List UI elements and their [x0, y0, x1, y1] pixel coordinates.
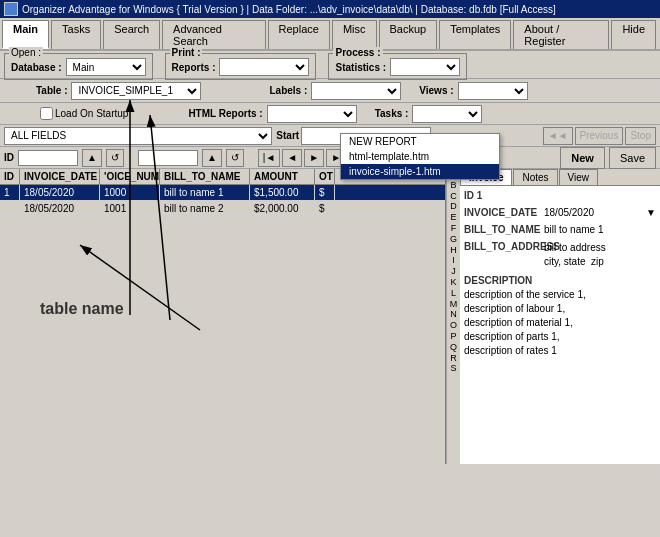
sort-asc-btn[interactable]: ▲ — [82, 149, 102, 167]
save-button[interactable]: Save — [609, 147, 656, 169]
alpha-f[interactable]: F — [447, 223, 460, 234]
alpha-p[interactable]: P — [447, 331, 460, 342]
title-bar: Organizer Advantage for Windows { Trial … — [0, 0, 660, 18]
field-invoice-date: INVOICE_DATE 18/05/2020 ▼ — [464, 207, 656, 218]
cell-amount: $1,500.00 — [250, 185, 315, 200]
right-tab-view[interactable]: View — [559, 169, 599, 185]
tab-templates[interactable]: Templates — [439, 20, 511, 49]
alpha-r[interactable]: R — [447, 353, 460, 364]
statistics-label: Statistics : — [335, 62, 386, 73]
alpha-c[interactable]: C — [447, 191, 460, 202]
alpha-g[interactable]: G — [447, 234, 460, 245]
cell-num: 1000 — [100, 185, 160, 200]
cell-date: 18/05/2020 — [20, 201, 100, 216]
table-select[interactable]: INVOICE_SIMPLE_1 — [71, 82, 201, 100]
field-invoice-date-label: INVOICE_DATE — [464, 207, 544, 218]
dropdown-item-html-template[interactable]: html-template.htm — [341, 149, 499, 164]
process-label: Process : — [333, 47, 382, 58]
dropdown-item-new-report[interactable]: NEW REPORT — [341, 134, 499, 149]
html-reports-select[interactable] — [267, 105, 357, 123]
next-btn[interactable]: ► — [304, 149, 324, 167]
nav-prev-btn[interactable]: Previous — [575, 127, 624, 145]
reports-select[interactable] — [219, 58, 309, 76]
field-id-label: ID 1 — [464, 190, 544, 201]
cell-billto: bill to name 1 — [160, 185, 250, 200]
statistics-select[interactable] — [390, 58, 460, 76]
tab-advanced-search[interactable]: Advanced Search — [162, 20, 266, 49]
open-label: Open : — [9, 47, 43, 58]
alpha-e[interactable]: E — [447, 212, 460, 223]
cell-num: 1001 — [100, 201, 160, 216]
col-header-billto: BILL_TO_NAME — [160, 169, 250, 184]
cell-date: 18/05/2020 — [20, 185, 100, 200]
alpha-b[interactable]: B — [447, 180, 460, 191]
tab-about[interactable]: About / Register — [513, 20, 609, 49]
tab-hide[interactable]: Hide — [611, 20, 656, 49]
load-on-startup-checkbox[interactable] — [40, 107, 53, 120]
load-on-startup-label: Load On Startup — [55, 108, 128, 119]
tab-tasks[interactable]: Tasks — [51, 20, 101, 49]
views-select[interactable] — [458, 82, 528, 100]
field-billto-name: BILL_TO_NAME bill to name 1 — [464, 224, 656, 235]
tab-misc[interactable]: Misc — [332, 20, 377, 49]
id-action-row: ID ▲ ↺ ▲ ↺ |◄ ◄ ► ►| ◄ ► ▼ New Save — [0, 147, 660, 169]
html-reports-label: HTML Reports : — [188, 108, 262, 119]
alpha-l[interactable]: L — [447, 288, 460, 299]
field-description-label: DESCRIPTION — [464, 275, 544, 286]
field-description: DESCRIPTION description of the service 1… — [464, 275, 656, 358]
alpha-m[interactable]: M — [447, 299, 460, 310]
col-header-id: ID — [0, 169, 20, 184]
table-label: Table : — [36, 85, 67, 96]
table-row[interactable]: 18/05/2020 1001 bill to name 2 $2,000.00… — [0, 201, 445, 217]
alpha-d[interactable]: D — [447, 201, 460, 212]
filter-apply-btn[interactable]: ▲ — [202, 149, 222, 167]
dropdown-item-invoice-simple[interactable]: invoice-simple-1.htm — [341, 164, 499, 179]
right-tab-notes[interactable]: Notes — [513, 169, 557, 185]
alpha-h[interactable]: H — [447, 245, 460, 256]
nav-prev-prev-btn[interactable]: ◄◄ — [543, 127, 573, 145]
right-content: ID 1 INVOICE_DATE 18/05/2020 ▼ BILL_TO_N… — [460, 186, 660, 464]
first-btn[interactable]: |◄ — [258, 149, 281, 167]
table-row[interactable]: 1 18/05/2020 1000 bill to name 1 $1,500.… — [0, 185, 445, 201]
alpha-j[interactable]: J — [447, 266, 460, 277]
dropdown-arrow[interactable]: ▼ — [646, 207, 656, 218]
alpha-k[interactable]: K — [447, 277, 460, 288]
alpha-n[interactable]: N — [447, 309, 460, 320]
tab-search[interactable]: Search — [103, 20, 160, 49]
col-header-amount: AMOUNT — [250, 169, 315, 184]
labels-select[interactable] — [311, 82, 401, 100]
field-address-label: BILL_TO_ADDRESS — [464, 241, 544, 269]
filter-refresh-btn[interactable]: ↺ — [226, 149, 244, 167]
id-filter-input[interactable] — [138, 150, 198, 166]
all-fields-select[interactable]: ALL FIELDS — [4, 127, 272, 145]
tasks-select[interactable] — [412, 105, 482, 123]
tab-main[interactable]: Main — [2, 20, 49, 49]
toolbar-row-2: Table : INVOICE_SIMPLE_1 Labels : Views … — [0, 79, 660, 103]
cell-id: 1 — [0, 185, 20, 200]
field-description-value: description of the service 1,description… — [464, 288, 656, 358]
app-icon — [4, 2, 18, 16]
table-body: 1 18/05/2020 1000 bill to name 1 $1,500.… — [0, 185, 445, 464]
cell-ot: $ — [315, 201, 335, 216]
start-label: Start — [276, 130, 299, 141]
nav-stop-btn[interactable]: Stop — [625, 127, 656, 145]
prev-btn[interactable]: ◄ — [282, 149, 302, 167]
cell-id — [0, 201, 20, 216]
database-select[interactable]: Main — [66, 58, 146, 76]
tab-replace[interactable]: Replace — [268, 20, 330, 49]
refresh-btn[interactable]: ↺ — [106, 149, 124, 167]
alpha-i[interactable]: I — [447, 255, 460, 266]
alpha-o[interactable]: O — [447, 320, 460, 331]
new-button[interactable]: New — [560, 147, 605, 169]
database-label: Database : — [11, 62, 62, 73]
alpha-q[interactable]: Q — [447, 342, 460, 353]
col-header-date: INVOICE_DATE — [20, 169, 100, 184]
toolbar-row-1: Open : Database : Main Print : Reports :… — [0, 51, 660, 79]
search-nav-row: ALL FIELDS Start ◄◄ Previous Stop — [0, 125, 660, 147]
tab-backup[interactable]: Backup — [379, 20, 438, 49]
alpha-s[interactable]: S — [447, 363, 460, 374]
views-label: Views : — [419, 85, 453, 96]
print-label: Print : — [170, 47, 203, 58]
reports-label: Reports : — [172, 62, 216, 73]
id-input[interactable] — [18, 150, 78, 166]
